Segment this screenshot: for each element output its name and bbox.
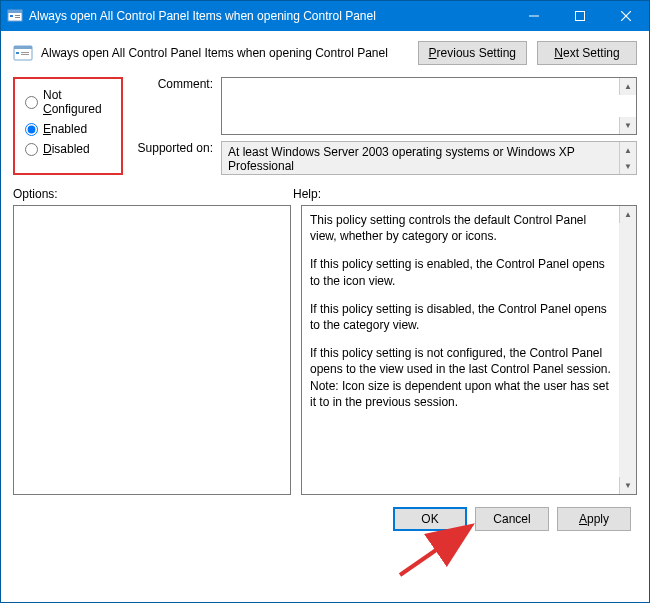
help-paragraph: This policy setting controls the default… — [310, 212, 614, 244]
scroll-up-icon[interactable]: ▲ — [619, 142, 636, 158]
help-paragraph: If this policy setting is disabled, the … — [310, 301, 614, 333]
help-paragraph: If this policy setting is not configured… — [310, 345, 614, 377]
svg-rect-3 — [15, 15, 20, 16]
scroll-down-icon[interactable]: ▼ — [619, 158, 636, 174]
cancel-button[interactable]: Cancel — [475, 507, 549, 531]
radio-not-configured[interactable]: Not Configured — [25, 85, 111, 119]
options-panel — [13, 205, 291, 495]
window-title: Always open All Control Panel Items when… — [29, 9, 511, 23]
ok-button[interactable]: OK — [393, 507, 467, 531]
svg-rect-10 — [14, 46, 32, 49]
policy-title: Always open All Control Panel Items when… — [41, 46, 410, 60]
close-button[interactable] — [603, 1, 649, 31]
help-paragraph: Note: Icon size is dependent upon what t… — [310, 378, 614, 410]
svg-rect-2 — [10, 15, 13, 17]
svg-rect-6 — [576, 12, 585, 21]
scroll-up-icon[interactable]: ▲ — [619, 78, 636, 95]
previous-setting-button[interactable]: Previous Setting — [418, 41, 527, 65]
next-setting-button[interactable]: Next Setting — [537, 41, 637, 65]
radio-enabled[interactable]: Enabled — [25, 119, 111, 139]
help-paragraph: If this policy setting is enabled, the C… — [310, 256, 614, 288]
minimize-button[interactable] — [511, 1, 557, 31]
comment-textarea[interactable]: ▲ ▼ — [221, 77, 637, 135]
policy-state-group: Not Configured Enabled Disabled — [13, 77, 123, 175]
scroll-up-icon[interactable]: ▲ — [619, 206, 636, 223]
maximize-button[interactable] — [557, 1, 603, 31]
title-bar: Always open All Control Panel Items when… — [1, 1, 649, 31]
svg-rect-12 — [21, 52, 29, 53]
help-scrollbar[interactable]: ▲ ▼ — [619, 206, 636, 494]
supported-on-label: Supported on: — [133, 141, 213, 155]
help-label: Help: — [293, 187, 321, 201]
scroll-down-icon[interactable]: ▼ — [619, 117, 636, 134]
window-icon — [7, 8, 23, 24]
policy-icon — [13, 43, 33, 63]
supported-on-text: At least Windows Server 2003 operating s… — [221, 141, 637, 175]
radio-disabled[interactable]: Disabled — [25, 139, 111, 159]
svg-rect-13 — [21, 54, 29, 55]
help-panel: This policy setting controls the default… — [301, 205, 637, 495]
svg-rect-1 — [8, 10, 22, 13]
comment-label: Comment: — [133, 77, 213, 135]
apply-button[interactable]: Apply — [557, 507, 631, 531]
svg-rect-11 — [16, 52, 19, 54]
svg-rect-4 — [15, 17, 20, 18]
options-label: Options: — [13, 187, 293, 201]
scroll-down-icon[interactable]: ▼ — [619, 477, 636, 494]
